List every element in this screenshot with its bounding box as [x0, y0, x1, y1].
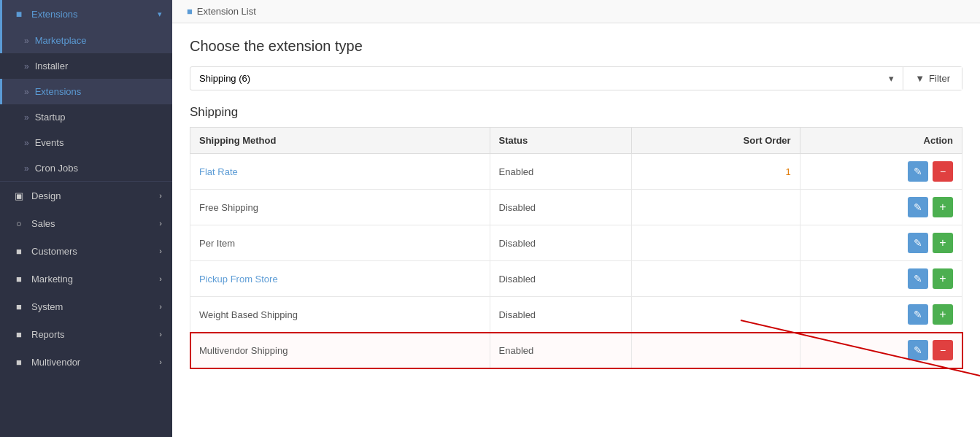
arrows-icon: » — [24, 61, 29, 71]
content-area: Choose the extension type Shipping (6) P… — [172, 23, 980, 383]
main-content: ■ Extension List Choose the extension ty… — [172, 0, 980, 437]
chevron-right-icon: › — [159, 357, 162, 366]
col-shipping-method: Shipping Method — [190, 128, 490, 154]
col-sort-order: Sort Order — [631, 128, 800, 154]
edit-weight-button[interactable]: ✎ — [908, 304, 928, 325]
user-icon: ■ — [12, 244, 26, 258]
page-title: Choose the extension type — [190, 38, 962, 55]
chevron-right-icon: › — [159, 191, 162, 200]
monitor-icon: ▣ — [12, 189, 26, 202]
sidebar-cronjobs-label: Cron Jobs — [35, 163, 78, 174]
edit-per-item-button[interactable]: ✎ — [908, 233, 928, 253]
sidebar-design-label: Design — [31, 190, 61, 201]
sidebar-customers-label: Customers — [31, 246, 77, 257]
method-multivendor: Multivendor Shipping — [190, 333, 490, 368]
action-free-shipping: ✎ + — [800, 190, 962, 225]
sidebar-item-startup[interactable]: » Startup — [0, 104, 172, 130]
cart-icon: ○ — [12, 217, 26, 230]
table-row: Free Shipping Disabled ✎ + — [190, 190, 962, 225]
method-flat-rate[interactable]: Flat Rate — [190, 154, 490, 190]
sidebar-item-marketing[interactable]: ■ Marketing › — [0, 265, 172, 293]
method-free-shipping: Free Shipping — [190, 190, 490, 225]
arrows-icon: » — [24, 87, 29, 97]
table-header: Shipping Method Status Sort Order Action — [190, 128, 962, 154]
arrows-icon: » — [24, 138, 29, 148]
breadcrumb-text: Extension List — [197, 6, 256, 17]
edit-flat-rate-button[interactable]: ✎ — [908, 161, 928, 182]
delete-flat-rate-button[interactable]: − — [933, 161, 953, 182]
sort-free-shipping — [631, 190, 800, 225]
sidebar: ■ Extensions ▾ » Marketplace » Installer… — [0, 0, 172, 437]
method-weight: Weight Based Shipping — [190, 297, 490, 333]
marketing-icon: ■ — [12, 272, 26, 285]
reports-icon: ■ — [12, 328, 26, 341]
sidebar-multivendor-label: Multivendor — [31, 357, 80, 368]
sort-pickup — [631, 261, 800, 297]
sidebar-item-reports[interactable]: ■ Reports › — [0, 320, 172, 348]
edit-multivendor-button[interactable]: ✎ — [908, 340, 928, 360]
status-weight: Disabled — [490, 297, 631, 333]
action-weight: ✎ + — [800, 297, 962, 333]
extension-type-select-wrapper: Shipping (6) Payment Module Total Feed O… — [190, 67, 903, 90]
filter-button[interactable]: ▼ Filter — [903, 67, 962, 90]
table-row: Flat Rate Enabled 1 ✎ − — [190, 154, 962, 190]
puzzle-breadcrumb-icon: ■ — [187, 6, 193, 17]
sidebar-item-multivendor[interactable]: ■ Multivendor › — [0, 348, 172, 376]
install-weight-button[interactable]: + — [933, 304, 953, 325]
sidebar-marketing-label: Marketing — [31, 274, 73, 285]
sidebar-item-sales[interactable]: ○ Sales › — [0, 209, 172, 237]
puzzle-icon: ■ — [12, 7, 26, 20]
col-status: Status — [490, 128, 631, 154]
arrows-icon: » — [24, 36, 29, 46]
sidebar-item-extensions[interactable]: ■ Extensions ▾ — [0, 0, 172, 28]
arrows-icon: » — [24, 112, 29, 123]
sort-flat-rate: 1 — [631, 154, 800, 190]
sidebar-sales-label: Sales — [31, 218, 55, 229]
sidebar-item-marketplace[interactable]: » Marketplace — [0, 28, 172, 53]
method-pickup[interactable]: Pickup From Store — [190, 261, 490, 297]
sidebar-item-extensions-sub[interactable]: » Extensions — [0, 79, 172, 104]
chevron-right-icon: › — [159, 302, 162, 311]
sidebar-startup-label: Startup — [35, 112, 66, 123]
delete-multivendor-button[interactable]: − — [933, 340, 953, 360]
table-wrapper: Shipping Method Status Sort Order Action… — [190, 127, 962, 368]
install-per-item-button[interactable]: + — [933, 233, 953, 253]
sidebar-item-installer[interactable]: » Installer — [0, 53, 172, 79]
sidebar-item-events[interactable]: » Events — [0, 130, 172, 155]
edit-free-shipping-button[interactable]: ✎ — [908, 197, 928, 217]
filter-label: Filter — [929, 73, 950, 84]
table-body: Flat Rate Enabled 1 ✎ − Free Shipping Di… — [190, 154, 962, 368]
status-per-item: Disabled — [490, 225, 631, 261]
sidebar-extensions-sub-label: Extensions — [35, 86, 82, 97]
sidebar-extensions-label: Extensions — [31, 9, 78, 20]
action-per-item: ✎ + — [800, 225, 962, 261]
status-flat-rate: Enabled — [490, 154, 631, 190]
sort-multivendor — [631, 333, 800, 368]
sidebar-events-label: Events — [35, 137, 64, 148]
sidebar-reports-label: Reports — [31, 329, 65, 340]
filter-icon: ▼ — [915, 73, 925, 84]
sidebar-item-system[interactable]: ■ System › — [0, 293, 172, 320]
col-action: Action — [800, 128, 962, 154]
sidebar-item-customers[interactable]: ■ Customers › — [0, 237, 172, 265]
multivendor-icon: ■ — [12, 355, 26, 368]
arrows-icon: » — [24, 163, 29, 174]
sidebar-item-cronjobs[interactable]: » Cron Jobs — [0, 155, 172, 181]
chevron-right-icon: › — [159, 247, 162, 255]
sidebar-system-label: System — [31, 301, 63, 312]
install-free-shipping-button[interactable]: + — [933, 197, 953, 217]
status-pickup: Disabled — [490, 261, 631, 297]
sidebar-item-design[interactable]: ▣ Design › — [0, 182, 172, 209]
action-multivendor: ✎ − — [800, 333, 962, 368]
breadcrumb: ■ Extension List — [172, 0, 980, 23]
method-per-item: Per Item — [190, 225, 490, 261]
table-row: Pickup From Store Disabled ✎ + — [190, 261, 962, 297]
edit-pickup-button[interactable]: ✎ — [908, 268, 928, 289]
extension-type-select[interactable]: Shipping (6) Payment Module Total Feed O… — [190, 67, 903, 90]
status-free-shipping: Disabled — [490, 190, 631, 225]
sort-per-item — [631, 225, 800, 261]
action-flat-rate: ✎ − — [800, 154, 962, 190]
chevron-right-icon: › — [159, 274, 162, 283]
shipping-table: Shipping Method Status Sort Order Action… — [190, 127, 962, 368]
install-pickup-button[interactable]: + — [933, 268, 953, 289]
